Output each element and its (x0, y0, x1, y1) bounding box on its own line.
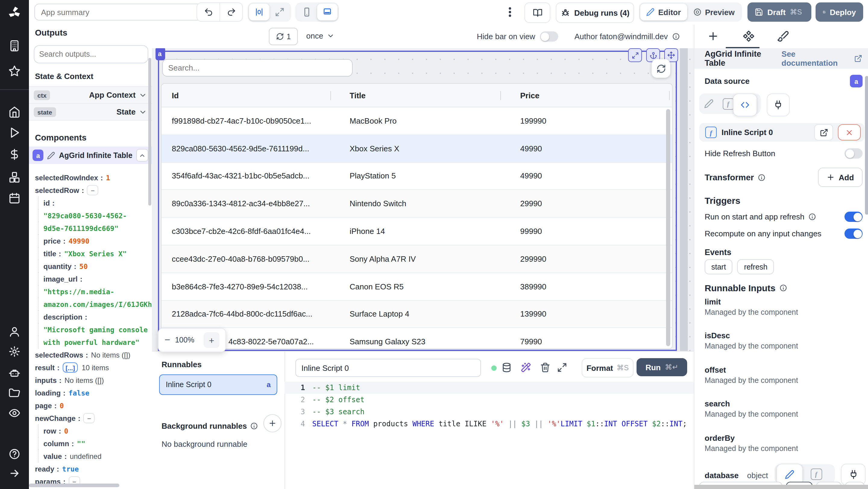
output-tree-node[interactable]: id: (29, 196, 152, 209)
output-tree-node[interactable]: row:0 (29, 425, 152, 437)
table-search-input[interactable] (162, 59, 352, 77)
output-tree-node[interactable]: selectedRow:− (29, 184, 152, 196)
table-row[interactable]: 89c0a336-1343-4812-ac34-e4bb8e27...Ninte… (161, 190, 672, 218)
ctx-row[interactable]: ctx App Context (29, 86, 152, 104)
inline-script-row[interactable]: f Inline Script 0 (699, 123, 864, 142)
database-fx-button[interactable]: f (810, 468, 822, 480)
undo-button[interactable] (197, 3, 219, 21)
fullwidth-button[interactable] (270, 4, 290, 21)
rename-pencil-icon[interactable] (47, 151, 56, 159)
table-refresh-button[interactable] (652, 59, 670, 78)
output-tree-node[interactable]: with powerful hardware" (29, 336, 152, 348)
favorites-star-icon[interactable] (8, 65, 21, 77)
output-tree-node[interactable]: ready:true (29, 462, 152, 475)
styling-brush-icon[interactable] (777, 30, 789, 42)
column-divider[interactable] (669, 91, 670, 100)
event-chip-refresh[interactable]: refresh (738, 259, 774, 274)
add-background-runnable-button[interactable] (264, 414, 281, 432)
refresh-count-button[interactable]: 1 (269, 28, 298, 45)
column-divider[interactable] (330, 91, 331, 100)
expand-component-button[interactable] (628, 48, 642, 62)
schedules-calendar-icon[interactable] (8, 192, 21, 205)
add-component-plus-icon[interactable] (707, 30, 719, 42)
aggrid-component[interactable]: a Id Title Price f991898d-cb27-4a (158, 51, 677, 351)
right-panel-scrollbar[interactable] (865, 76, 868, 215)
info-icon[interactable] (757, 173, 765, 181)
refresh-mode-select[interactable]: once (306, 28, 335, 44)
code-line[interactable]: 1-- $1 limit (284, 382, 694, 394)
zoom-out-button[interactable]: − (164, 335, 170, 345)
output-tree-node[interactable]: description: (29, 310, 152, 323)
code-line[interactable]: 2-- $2 offset (284, 394, 694, 406)
center-align-button[interactable] (249, 4, 270, 21)
hide-refresh-toggle[interactable] (844, 148, 863, 159)
code-line[interactable]: 4SELECT * FROM products WHERE title ILIK… (284, 418, 694, 430)
resources-cubes-icon[interactable] (8, 171, 21, 183)
deploy-button[interactable]: Deploy (815, 2, 863, 22)
code-editor[interactable]: 1-- $1 limit2-- $2 offset3-- $3 search4S… (284, 382, 694, 489)
docs-book-button[interactable] (524, 2, 550, 23)
outputs-hscrollbar[interactable] (29, 484, 119, 487)
format-button[interactable]: Format ⌘S (582, 358, 633, 377)
ai-wand-icon[interactable] (521, 362, 531, 373)
expand-editor-icon[interactable] (557, 362, 567, 373)
outputs-scrollbar[interactable] (148, 58, 151, 206)
info-icon[interactable] (250, 422, 258, 430)
table-row[interactable]: ccee43dc-27e0-40a8-b768-b09579b0...Sony … (161, 245, 672, 273)
event-chip-start[interactable]: start (705, 259, 733, 274)
folders-icon[interactable] (8, 387, 21, 399)
component-settings-icon[interactable] (743, 30, 755, 42)
output-tree-node[interactable]: title:"Xbox Series X" (29, 247, 152, 260)
component-item-a[interactable]: a AgGrid Infinite Table (29, 147, 152, 164)
inline-script-mode-button[interactable] (733, 93, 757, 116)
output-tree-node[interactable]: "Microsoft gaming console (29, 323, 152, 336)
output-tree-node[interactable]: loading:false (29, 387, 152, 399)
output-tree-node[interactable]: price:49990 (29, 235, 152, 247)
table-row[interactable]: 2128adca-7fc6-44bd-800c-dc115df6ac...Sur… (161, 301, 672, 328)
state-row[interactable]: state State (29, 103, 152, 121)
zoom-in-button[interactable]: + (204, 332, 219, 348)
table-row[interactable]: 829ca080-5630-4562-9d5e-7611199d...Xbox … (161, 135, 672, 163)
variables-dollar-icon[interactable] (8, 148, 21, 160)
users-person-icon[interactable] (8, 326, 21, 338)
table-row[interactable]: 4c83-8022-5e70a07a2...Samsung Galaxy S23… (161, 328, 672, 349)
desktop-view-button[interactable] (317, 4, 338, 21)
output-tree-node[interactable]: selectedRows:No items ([]) (29, 348, 152, 361)
database-icon[interactable] (501, 362, 512, 373)
draft-button[interactable]: Draft ⌘S (747, 2, 811, 22)
collapse-component-button[interactable] (136, 149, 148, 161)
right-panel-hscrollbar[interactable] (694, 485, 868, 489)
debug-runs-button[interactable]: Debug runs (4) (556, 2, 634, 23)
tab-editor[interactable]: Editor (640, 4, 687, 21)
collapse-arrow-icon[interactable] (8, 467, 21, 479)
connect-plug-button[interactable] (767, 93, 789, 116)
workers-robot-icon[interactable] (8, 367, 21, 379)
help-icon[interactable] (8, 448, 21, 460)
output-tree-node[interactable]: quantity:50 (29, 260, 152, 273)
recompute-toggle[interactable] (844, 228, 863, 239)
redo-button[interactable] (219, 3, 242, 21)
info-icon[interactable] (808, 213, 816, 221)
home-icon[interactable] (8, 106, 21, 118)
workspace-building-icon[interactable] (8, 40, 21, 52)
output-tree-node[interactable]: "829ca080-5630-4562- (29, 209, 152, 222)
output-tree-node[interactable]: inputs:No items ([]) (29, 374, 152, 387)
column-header-id[interactable]: Id (172, 84, 341, 107)
table-row[interactable]: f991898d-cb27-4ac7-b10c-0b9050ce1...MacB… (161, 107, 672, 135)
more-menu-kebab-icon[interactable] (505, 5, 515, 19)
output-tree-node[interactable]: result:[...]10 items (29, 361, 152, 374)
output-tree-node[interactable]: 9d5e-7611199dc669" (29, 222, 152, 235)
column-divider[interactable] (500, 91, 501, 100)
settings-gear-icon[interactable] (8, 345, 21, 358)
info-icon[interactable] (672, 33, 680, 40)
table-row[interactable]: b3e864c8-7fe3-4270-89e9-54c12038...Canon… (161, 273, 672, 301)
info-icon[interactable] (779, 284, 787, 292)
output-tree-node[interactable]: value:undefined (29, 450, 152, 462)
hide-bar-toggle[interactable] (540, 31, 558, 41)
script-name-input[interactable] (296, 359, 481, 377)
delete-trash-icon[interactable] (540, 362, 550, 373)
app-summary-input[interactable] (34, 4, 202, 21)
table-row[interactable]: c303bce7-cb2e-42c6-8fdf-6aa01fc4e4...iPh… (161, 218, 672, 245)
see-documentation-link[interactable]: See documentation (781, 50, 863, 67)
column-header-title[interactable]: Title (350, 84, 513, 107)
